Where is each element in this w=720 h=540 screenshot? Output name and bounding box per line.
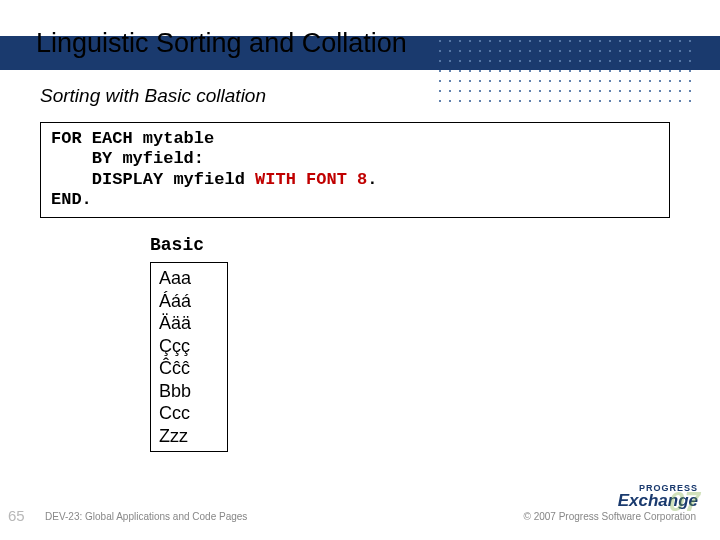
decorative-dots: [435, 36, 695, 106]
code-line: DISPLAY myfield: [51, 170, 255, 189]
slide-number: 65: [8, 507, 25, 524]
code-block: FOR EACH mytable BY myfield: DISPLAY myf…: [40, 122, 670, 218]
list-item: Ĉĉĉ: [159, 357, 219, 380]
code-line: .: [367, 170, 377, 189]
list-item: Aaa: [159, 267, 219, 290]
list-item: Ccc: [159, 402, 219, 425]
slide-subtitle: Sorting with Basic collation: [40, 85, 266, 107]
logo: PROGRESS Exchange 07: [618, 483, 698, 508]
list-item: Zzz: [159, 425, 219, 448]
footer-session: DEV-23: Global Applications and Code Pag…: [45, 511, 247, 522]
code-line: END.: [51, 190, 92, 209]
result-label: Basic: [150, 235, 204, 255]
footer-copyright: © 2007 Progress Software Corporation: [524, 511, 696, 522]
code-line: BY myfield:: [51, 149, 204, 168]
list-item: Bbb: [159, 380, 219, 403]
list-item: Ááá: [159, 290, 219, 313]
list-item: Äää: [159, 312, 219, 335]
result-box: Aaa Ááá Äää Ççç Ĉĉĉ Bbb Ccc Zzz: [150, 262, 228, 452]
code-highlight: WITH FONT 8: [255, 170, 367, 189]
slide-title: Linguistic Sorting and Collation: [36, 28, 407, 59]
list-item: Ççç: [159, 335, 219, 358]
code-line: FOR EACH mytable: [51, 129, 214, 148]
